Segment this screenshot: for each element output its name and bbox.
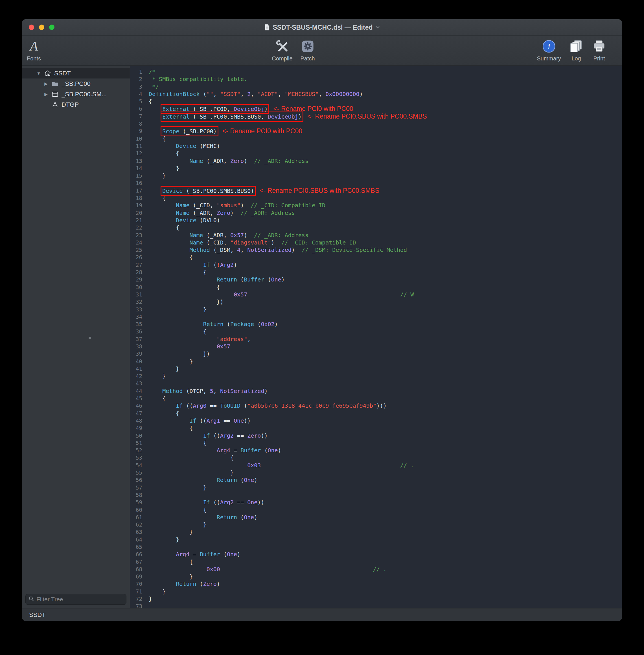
code-line: 10 { [130, 135, 622, 142]
code-token: }) [149, 351, 210, 357]
status-path[interactable]: SSDT [29, 611, 46, 618]
code-token: // . [400, 462, 414, 469]
close-button[interactable] [29, 25, 34, 30]
line-code: * SMBus compatibility table. [149, 75, 247, 83]
code-line: 60 { [130, 506, 622, 514]
line-number: 50 [130, 432, 146, 439]
code-token: One [244, 477, 254, 483]
code-token: ) [237, 551, 240, 558]
code-token: Name [176, 209, 189, 216]
code-line: 66 Arg4 = Buffer (One) [130, 550, 622, 558]
code-token: 0x57 [230, 232, 244, 239]
line-code: { [149, 558, 193, 565]
disclosure-triangle-icon[interactable]: ▶ [42, 92, 50, 97]
summary-info-icon: i [542, 38, 556, 55]
fonts-button[interactable]: A Fonts [27, 38, 41, 62]
log-button[interactable]: Log [569, 38, 583, 62]
code-token: { [149, 98, 152, 105]
document-proxy-icon[interactable] [264, 24, 270, 31]
code-token: } [149, 521, 207, 528]
code-token: Name [190, 239, 203, 246]
code-line: 21 Device (DVL0) [130, 217, 622, 224]
code-token: Device [162, 187, 183, 194]
code-token [149, 581, 176, 587]
window-title-group[interactable]: SSDT-SBUS-MCHC.dsl — Edited [264, 23, 380, 31]
line-number: 9 [130, 127, 146, 135]
code-token: Arg2 [220, 499, 234, 506]
code-token: (( [197, 417, 207, 424]
app-window: SSDT-SBUS-MCHC.dsl — Edited A Fonts Comp… [22, 19, 622, 621]
code-token: ( [200, 91, 207, 97]
line-number: 3 [130, 83, 146, 90]
code-token [149, 209, 176, 216]
code-token: Return [176, 581, 196, 587]
print-button[interactable]: Print [592, 38, 606, 62]
patch-button[interactable]: Patch [300, 38, 315, 62]
code-token: { [149, 559, 193, 565]
filter-tree-input[interactable] [37, 596, 123, 603]
sidebar-item-sb-pc00[interactable]: ▶_SB.PC00 [22, 78, 130, 89]
code-token: ( [237, 276, 244, 283]
code-token [149, 291, 234, 298]
line-code: Return (Package (0x02) [149, 320, 278, 328]
code-line: 58 [130, 491, 622, 499]
code-token: , [319, 91, 325, 97]
sidebar-item-ssdt[interactable]: ▼SSDT [22, 68, 130, 78]
sidebar-item-dtgp[interactable]: DTGP [22, 99, 130, 110]
titlebar[interactable]: SSDT-SBUS-MCHC.dsl — Edited [22, 19, 622, 36]
disclosure-triangle-icon[interactable]: ▼ [34, 71, 43, 76]
code-token: "" [207, 91, 213, 97]
line-number: 35 [130, 320, 146, 328]
code-line: 71 } [130, 588, 622, 595]
compile-button[interactable]: Compile [272, 38, 292, 62]
code-line: 16 [130, 179, 622, 187]
line-code: "address", [149, 335, 251, 343]
filter-field[interactable] [25, 594, 127, 605]
line-code: Arg4 = Buffer (One) [149, 550, 240, 558]
code-token: == [234, 499, 247, 506]
code-token: (_ADR, [190, 209, 217, 216]
code-token: Arg2 [220, 262, 234, 268]
code-editor[interactable]: 1/*2 * SMBus compatibility table.3 */4De… [130, 66, 622, 608]
code-token: Name [176, 202, 189, 209]
code-line: 1/* [130, 68, 622, 75]
line-number: 28 [130, 269, 146, 276]
code-token: ( [254, 321, 261, 328]
line-code: Return (Buffer (One) [149, 276, 285, 283]
method-icon [50, 101, 60, 108]
code-token: { [149, 254, 193, 261]
code-token: 5 [210, 388, 213, 394]
zoom-button[interactable] [49, 25, 54, 30]
sidebar-item-sb-pc00-sm[interactable]: ▶_SB.PC00.SM... [22, 89, 130, 99]
line-number: 10 [130, 135, 146, 142]
line-number: 22 [130, 224, 146, 231]
code-token: ( [210, 262, 217, 268]
line-code: */ [149, 83, 159, 90]
log-pages-icon [569, 38, 583, 55]
summary-button[interactable]: i Summary [537, 38, 561, 62]
code-line: 14 } [130, 165, 622, 172]
line-number: 34 [130, 313, 146, 320]
line-code: } [149, 365, 179, 372]
code-token [149, 417, 190, 424]
line-code: 0x57 // W [149, 291, 414, 298]
code-line: 55 } [130, 469, 622, 476]
disclosure-triangle-icon[interactable]: ▶ [42, 81, 50, 86]
code-line: 34 [130, 313, 622, 320]
code-token: Device [176, 142, 196, 149]
code-line: 61 Return (One) [130, 514, 622, 521]
code-token: "diagsvault" [230, 239, 271, 246]
code-token: External [162, 113, 189, 120]
code-token: "MCHCSBUS" [285, 91, 319, 97]
line-number: 31 [130, 291, 146, 298]
minimize-button[interactable] [39, 25, 44, 30]
line-code: Return (One) [149, 514, 257, 521]
code-token: } [149, 373, 166, 380]
title-chevron-icon[interactable] [375, 26, 380, 29]
compile-tools-icon [275, 38, 289, 55]
code-line: 43 [130, 380, 622, 387]
code-token: Buffer [240, 447, 261, 454]
line-code: { [149, 269, 207, 276]
code-token: , [240, 247, 247, 253]
line-number: 67 [130, 558, 146, 565]
